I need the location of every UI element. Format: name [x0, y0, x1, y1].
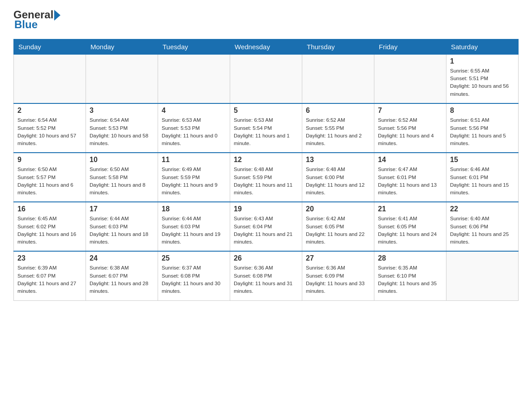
day-number: 2	[17, 107, 82, 115]
calendar-cell: 12Sunrise: 6:48 AMSunset: 5:59 PMDayligh…	[230, 153, 302, 202]
day-number: 3	[90, 107, 154, 115]
day-number: 16	[17, 205, 82, 213]
page-header: General Blue	[13, 9, 519, 31]
calendar-cell: 10Sunrise: 6:50 AMSunset: 5:58 PMDayligh…	[86, 153, 158, 202]
calendar-cell: 17Sunrise: 6:44 AMSunset: 6:03 PMDayligh…	[86, 202, 158, 251]
day-info: Sunrise: 6:52 AMSunset: 5:56 PMDaylight:…	[378, 116, 442, 147]
calendar-cell: 20Sunrise: 6:42 AMSunset: 6:05 PMDayligh…	[302, 202, 374, 251]
day-number: 22	[450, 205, 515, 213]
calendar-cell: 23Sunrise: 6:39 AMSunset: 6:07 PMDayligh…	[14, 251, 86, 300]
calendar-cell: 14Sunrise: 6:47 AMSunset: 6:01 PMDayligh…	[374, 153, 446, 202]
calendar-header-row: SundayMondayTuesdayWednesdayThursdayFrid…	[14, 39, 519, 54]
calendar-cell: 21Sunrise: 6:41 AMSunset: 6:05 PMDayligh…	[374, 202, 446, 251]
day-number: 20	[306, 205, 370, 213]
day-info: Sunrise: 6:49 AMSunset: 5:59 PMDaylight:…	[162, 166, 226, 197]
day-info: Sunrise: 6:52 AMSunset: 5:55 PMDaylight:…	[306, 116, 370, 147]
day-number: 14	[378, 156, 442, 164]
day-number: 4	[162, 107, 226, 115]
calendar-cell: 15Sunrise: 6:46 AMSunset: 6:01 PMDayligh…	[446, 153, 519, 202]
day-number: 7	[378, 107, 442, 115]
day-number: 28	[378, 254, 442, 262]
day-info: Sunrise: 6:41 AMSunset: 6:05 PMDaylight:…	[378, 215, 442, 246]
calendar-cell	[230, 54, 302, 103]
calendar-cell: 8Sunrise: 6:51 AMSunset: 5:56 PMDaylight…	[446, 103, 519, 153]
calendar-cell: 7Sunrise: 6:52 AMSunset: 5:56 PMDaylight…	[374, 103, 446, 153]
day-number: 5	[234, 107, 298, 115]
day-of-week-header: Saturday	[446, 39, 519, 54]
logo: General Blue	[13, 9, 60, 31]
logo-arrow-icon	[54, 10, 60, 21]
day-info: Sunrise: 6:45 AMSunset: 6:02 PMDaylight:…	[17, 215, 82, 246]
day-info: Sunrise: 6:48 AMSunset: 6:00 PMDaylight:…	[306, 166, 370, 197]
day-info: Sunrise: 6:36 AMSunset: 6:08 PMDaylight:…	[234, 264, 298, 295]
calendar-cell: 25Sunrise: 6:37 AMSunset: 6:08 PMDayligh…	[158, 251, 230, 300]
calendar-week-row: 2Sunrise: 6:54 AMSunset: 5:52 PMDaylight…	[14, 103, 519, 153]
calendar-week-row: 16Sunrise: 6:45 AMSunset: 6:02 PMDayligh…	[14, 202, 519, 251]
calendar-cell	[86, 54, 158, 103]
calendar-cell: 4Sunrise: 6:53 AMSunset: 5:53 PMDaylight…	[158, 103, 230, 153]
day-number: 15	[450, 156, 515, 164]
day-info: Sunrise: 6:37 AMSunset: 6:08 PMDaylight:…	[162, 264, 226, 295]
day-info: Sunrise: 6:36 AMSunset: 6:09 PMDaylight:…	[306, 264, 370, 295]
day-number: 26	[234, 254, 298, 262]
calendar-cell: 5Sunrise: 6:53 AMSunset: 5:54 PMDaylight…	[230, 103, 302, 153]
day-number: 11	[162, 156, 226, 164]
day-number: 12	[234, 156, 298, 164]
day-of-week-header: Thursday	[302, 39, 374, 54]
day-number: 9	[17, 156, 82, 164]
day-info: Sunrise: 6:42 AMSunset: 6:05 PMDaylight:…	[306, 215, 370, 246]
day-info: Sunrise: 6:50 AMSunset: 5:57 PMDaylight:…	[17, 166, 82, 197]
calendar-table: SundayMondayTuesdayWednesdayThursdayFrid…	[13, 39, 519, 301]
calendar-cell	[158, 54, 230, 103]
day-number: 10	[90, 156, 154, 164]
calendar-cell: 9Sunrise: 6:50 AMSunset: 5:57 PMDaylight…	[14, 153, 86, 202]
day-number: 13	[306, 156, 370, 164]
day-number: 27	[306, 254, 370, 262]
day-number: 21	[378, 205, 442, 213]
day-info: Sunrise: 6:55 AMSunset: 5:51 PMDaylight:…	[450, 67, 515, 98]
day-number: 6	[306, 107, 370, 115]
calendar-cell: 1Sunrise: 6:55 AMSunset: 5:51 PMDaylight…	[446, 54, 519, 103]
day-number: 24	[90, 254, 154, 262]
calendar-cell: 13Sunrise: 6:48 AMSunset: 6:00 PMDayligh…	[302, 153, 374, 202]
day-info: Sunrise: 6:39 AMSunset: 6:07 PMDaylight:…	[17, 264, 82, 295]
calendar-cell	[302, 54, 374, 103]
calendar-cell: 18Sunrise: 6:44 AMSunset: 6:03 PMDayligh…	[158, 202, 230, 251]
day-info: Sunrise: 6:43 AMSunset: 6:04 PMDaylight:…	[234, 215, 298, 246]
day-info: Sunrise: 6:51 AMSunset: 5:56 PMDaylight:…	[450, 116, 515, 147]
day-number: 18	[162, 205, 226, 213]
calendar-cell: 19Sunrise: 6:43 AMSunset: 6:04 PMDayligh…	[230, 202, 302, 251]
day-info: Sunrise: 6:54 AMSunset: 5:53 PMDaylight:…	[90, 116, 154, 147]
day-info: Sunrise: 6:53 AMSunset: 5:54 PMDaylight:…	[234, 116, 298, 147]
calendar-cell	[446, 251, 519, 300]
calendar-cell	[374, 54, 446, 103]
day-info: Sunrise: 6:54 AMSunset: 5:52 PMDaylight:…	[17, 116, 82, 147]
calendar-cell: 2Sunrise: 6:54 AMSunset: 5:52 PMDaylight…	[14, 103, 86, 153]
day-number: 1	[450, 57, 515, 65]
day-number: 17	[90, 205, 154, 213]
calendar-cell: 3Sunrise: 6:54 AMSunset: 5:53 PMDaylight…	[86, 103, 158, 153]
calendar-cell: 11Sunrise: 6:49 AMSunset: 5:59 PMDayligh…	[158, 153, 230, 202]
day-info: Sunrise: 6:38 AMSunset: 6:07 PMDaylight:…	[90, 264, 154, 295]
calendar-cell: 22Sunrise: 6:40 AMSunset: 6:06 PMDayligh…	[446, 202, 519, 251]
calendar-cell: 26Sunrise: 6:36 AMSunset: 6:08 PMDayligh…	[230, 251, 302, 300]
logo-blue: Blue	[14, 18, 38, 30]
day-of-week-header: Wednesday	[230, 39, 302, 54]
calendar-cell: 28Sunrise: 6:35 AMSunset: 6:10 PMDayligh…	[374, 251, 446, 300]
day-info: Sunrise: 6:46 AMSunset: 6:01 PMDaylight:…	[450, 166, 515, 197]
calendar-week-row: 1Sunrise: 6:55 AMSunset: 5:51 PMDaylight…	[14, 54, 519, 103]
calendar-cell: 16Sunrise: 6:45 AMSunset: 6:02 PMDayligh…	[14, 202, 86, 251]
day-info: Sunrise: 6:50 AMSunset: 5:58 PMDaylight:…	[90, 166, 154, 197]
day-info: Sunrise: 6:47 AMSunset: 6:01 PMDaylight:…	[378, 166, 442, 197]
calendar-week-row: 9Sunrise: 6:50 AMSunset: 5:57 PMDaylight…	[14, 153, 519, 202]
calendar-cell: 27Sunrise: 6:36 AMSunset: 6:09 PMDayligh…	[302, 251, 374, 300]
day-info: Sunrise: 6:44 AMSunset: 6:03 PMDaylight:…	[90, 215, 154, 246]
day-info: Sunrise: 6:48 AMSunset: 5:59 PMDaylight:…	[234, 166, 298, 197]
day-info: Sunrise: 6:35 AMSunset: 6:10 PMDaylight:…	[378, 264, 442, 295]
day-of-week-header: Friday	[374, 39, 446, 54]
day-info: Sunrise: 6:40 AMSunset: 6:06 PMDaylight:…	[450, 215, 515, 246]
calendar-cell: 6Sunrise: 6:52 AMSunset: 5:55 PMDaylight…	[302, 103, 374, 153]
day-of-week-header: Monday	[86, 39, 158, 54]
day-info: Sunrise: 6:53 AMSunset: 5:53 PMDaylight:…	[162, 116, 226, 147]
day-number: 23	[17, 254, 82, 262]
